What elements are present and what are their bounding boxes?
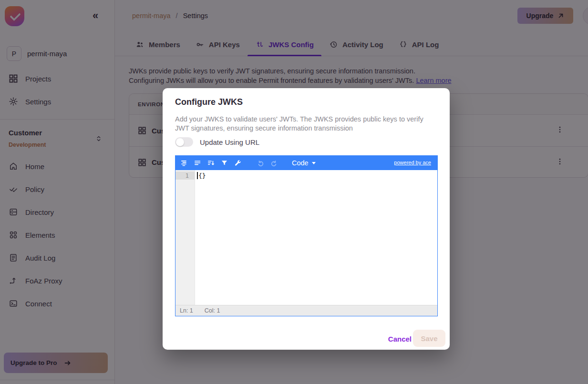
status-column: Col: 1 (205, 307, 220, 314)
jwks-json-editor: Code powered by ace 1 {} Ln: 1 Col: 1 (175, 155, 438, 316)
format-icon[interactable] (178, 157, 190, 169)
editor-gutter: 1 (175, 170, 195, 305)
text-cursor (197, 172, 198, 179)
update-using-url-toggle[interactable] (175, 137, 193, 147)
configure-jwks-modal: Configure JWKS Add your JWKS to validate… (163, 88, 450, 350)
editor-code-area[interactable]: {} (195, 170, 437, 305)
line-number: 1 (175, 172, 195, 180)
chevron-down-icon (312, 162, 316, 164)
sort-icon[interactable] (205, 157, 217, 169)
repair-wrench-icon[interactable] (232, 157, 243, 169)
toggle-knob (176, 138, 184, 146)
status-line: Ln: 1 (180, 307, 193, 314)
toggle-label: Update Using URL (200, 138, 259, 146)
editor-status-bar: Ln: 1 Col: 1 (175, 305, 437, 316)
editor-body[interactable]: 1 {} (175, 170, 437, 305)
editor-mode-label: Code (292, 159, 309, 167)
cancel-button[interactable]: Cancel (388, 330, 412, 347)
filter-icon[interactable] (218, 157, 230, 169)
editor-toolbar: Code powered by ace (175, 156, 437, 170)
editor-code-text: {} (197, 172, 206, 179)
redo-icon[interactable] (268, 157, 279, 169)
undo-icon[interactable] (255, 157, 266, 169)
save-button[interactable]: Save (413, 330, 445, 347)
modal-description: Add your JWKS to validate users' JWTs. T… (175, 115, 438, 133)
update-using-url-row: Update Using URL (175, 137, 259, 147)
compact-icon[interactable] (192, 157, 203, 169)
powered-by-ace-link[interactable]: powered by ace (394, 160, 431, 165)
editor-mode-select[interactable]: Code (292, 159, 316, 167)
modal-title: Configure JWKS (175, 97, 243, 107)
